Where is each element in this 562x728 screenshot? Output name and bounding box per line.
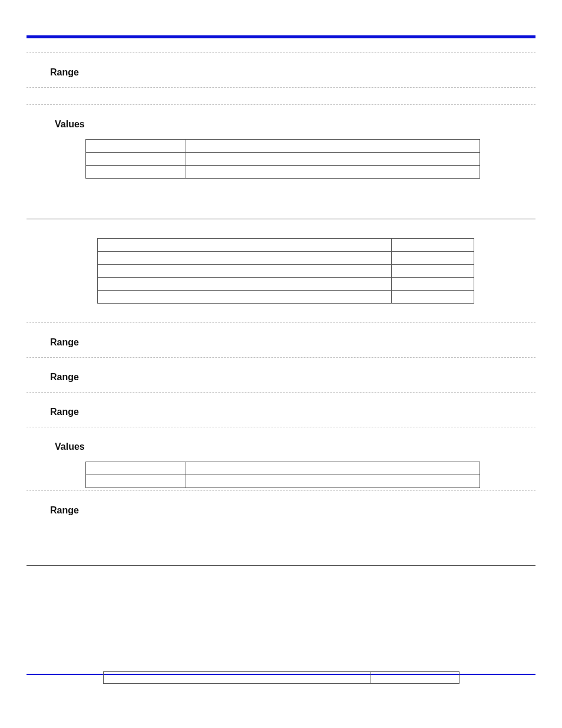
values-table-1 — [85, 139, 480, 179]
values-table-2 — [85, 462, 480, 488]
footer-right-cell — [371, 672, 459, 684]
table-row — [86, 475, 480, 488]
cell — [98, 265, 392, 278]
section-divider — [27, 219, 535, 219]
cell — [392, 291, 474, 304]
cell — [86, 153, 186, 166]
header-rule — [27, 35, 535, 38]
table-row — [86, 462, 480, 475]
range-label-5: Range — [50, 505, 535, 516]
footer-table — [27, 671, 535, 684]
values-label-2: Values — [55, 442, 535, 452]
type-table — [97, 238, 474, 304]
range-label-3: Range — [50, 372, 535, 383]
table-row — [27, 672, 535, 684]
section-divider — [27, 565, 535, 566]
divider — [27, 357, 535, 358]
cell — [392, 265, 474, 278]
cell — [186, 140, 480, 153]
table-row — [86, 140, 480, 153]
divider — [27, 322, 535, 323]
values-label-1: Values — [55, 119, 535, 130]
cell — [392, 278, 474, 291]
footer-gap — [27, 672, 103, 684]
cell — [86, 462, 186, 475]
divider — [27, 104, 535, 105]
footer — [27, 671, 535, 684]
cell — [86, 166, 186, 179]
cell — [186, 462, 480, 475]
cell — [98, 278, 392, 291]
range-label-2: Range — [50, 337, 535, 348]
cell — [98, 291, 392, 304]
table-row — [98, 291, 474, 304]
divider — [27, 490, 535, 491]
divider — [27, 427, 535, 427]
cell — [392, 252, 474, 265]
divider — [27, 52, 535, 53]
table-row — [98, 265, 474, 278]
range-label-4: Range — [50, 407, 535, 417]
cell — [86, 475, 186, 488]
table-row — [98, 278, 474, 291]
footer-gap — [459, 672, 535, 684]
table-row — [86, 166, 480, 179]
cell — [98, 252, 392, 265]
cell — [98, 239, 392, 252]
footer-center-cell — [103, 672, 371, 684]
table-row — [98, 252, 474, 265]
cell — [392, 239, 474, 252]
table-row — [98, 239, 474, 252]
cell — [186, 475, 480, 488]
cell — [186, 153, 480, 166]
cell — [86, 140, 186, 153]
table-row — [86, 153, 480, 166]
cell — [186, 166, 480, 179]
page: Range Values — [0, 0, 562, 728]
divider — [27, 392, 535, 393]
range-label-1: Range — [50, 67, 535, 78]
